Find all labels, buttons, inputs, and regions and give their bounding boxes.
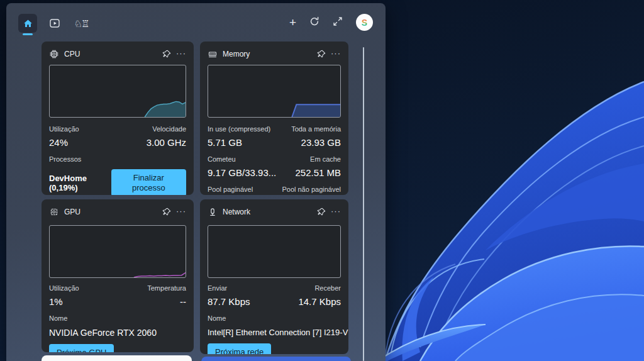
widget-toolbar: + S [289,14,373,31]
widget-menu-button[interactable]: ··· [176,49,186,57]
memory-usage-chart [208,65,341,118]
network-receive-label: Receber [314,284,341,292]
widget-menu-button[interactable]: ··· [176,207,186,215]
memory-widget: Memory ··· In use (compressed) Toda a me… [200,42,348,195]
gpu-widget-header: GPU ··· [49,206,186,218]
network-send-value: 87.7 Kbps [208,296,250,307]
memory-ram-icon [208,49,218,59]
memory-committed-label: Cometeu [208,155,236,163]
nav-selected-indicator [23,33,33,35]
partial-widget-light [42,355,192,361]
plus-icon: + [289,16,296,29]
gpu-widget: GPU ··· Utilização Temperatura 1% -- Nom… [42,199,194,352]
network-traffic-chart [208,225,341,278]
cpu-top-process: DevHome (0,19%) [49,174,111,192]
network-widget-title: Network [223,208,250,216]
gpu-chip-icon [49,207,59,217]
cpu-widget-header: CPU ··· [49,48,186,60]
gpu-widget-title: GPU [64,208,80,216]
pin-icon[interactable] [317,208,326,216]
add-widget-button[interactable]: + [289,16,296,29]
avatar-letter: S [362,18,367,28]
memory-widget-header: Memory ··· [208,48,341,60]
devhome-window: ♘♖ + S [6,3,386,361]
memory-total-label: Toda a memória [291,125,341,133]
cpu-usage-chart [49,65,186,118]
cpu-speed-label: Velocidade [152,125,186,133]
refresh-icon [309,16,319,26]
network-widget: Network ··· Enviar Receber 87.7 Kbps 14.… [200,199,348,354]
network-name-label: Nome [208,314,341,322]
network-name-value: Intel[R] Ethernet Connection [7] I219-V [208,328,341,337]
nav-utilities-button[interactable]: ♘♖ [72,14,91,33]
gpu-utilization-label: Utilização [49,284,79,292]
expand-icon [333,16,343,26]
memory-inuse-label: In use (compressed) [208,125,270,133]
memory-inuse-value: 5.71 GB [208,137,242,148]
account-avatar[interactable]: S [356,14,373,31]
nav-home-button[interactable] [18,14,37,33]
end-process-button[interactable]: Finalizar processo [111,169,186,195]
memory-cached-value: 252.51 MB [295,167,341,178]
nav-media-button[interactable] [45,14,64,33]
gpu-temperature-label: Temperatura [147,284,186,292]
pin-icon[interactable] [162,50,171,58]
cpu-speed-value: 3.00 GHz [147,137,186,148]
widget-menu-button[interactable]: ··· [331,49,341,57]
gpu-utilization-value: 1% [49,296,63,307]
expand-view-button[interactable] [333,16,343,29]
gpu-temperature-value: -- [180,296,186,307]
pin-icon[interactable] [162,208,171,216]
home-icon [23,18,33,29]
cpu-widget: CPU ··· Utilização Velocidade 24% 3.00 G… [42,42,194,195]
partial-widget-blue [201,357,351,361]
pin-icon[interactable] [317,50,326,58]
cpu-utilization-label: Utilização [49,125,79,133]
cpu-utilization-value: 24% [49,137,68,148]
refresh-button[interactable] [309,16,319,29]
cpu-chip-icon [49,49,59,59]
memory-cached-label: Em cache [310,155,341,163]
memory-total-value: 23.93 GB [301,137,341,148]
network-send-label: Enviar [208,284,227,292]
chess-pieces-icon: ♘♖ [74,19,89,28]
next-gpu-button[interactable]: Próxima GPU [49,344,114,352]
memory-paged-pool-label: Pool paginável [208,186,253,193]
memory-widget-title: Memory [223,50,250,58]
play-icon [49,18,60,29]
next-network-button[interactable]: Próxima rede [208,343,271,354]
widget-menu-button[interactable]: ··· [331,207,341,215]
gpu-usage-chart [49,225,186,278]
memory-committed-value: 9.17 GB/33.93... [208,167,276,178]
gpu-name-label: Nome [49,314,186,322]
cpu-processes-label: Processos [49,155,186,163]
top-navigation: ♘♖ [18,14,91,33]
memory-nonpaged-pool-label: Pool não paginável [282,186,341,193]
network-icon [208,207,218,217]
vertical-scrollbar[interactable] [363,47,364,361]
cpu-widget-title: CPU [64,50,80,58]
network-widget-header: Network ··· [208,206,341,218]
desktop: { "nav": { "chess_glyph": "♘♖" }, "toolb… [0,0,644,361]
gpu-name-value: NVIDIA GeForce RTX 2060 [49,328,186,338]
network-receive-value: 14.7 Kbps [298,296,341,307]
